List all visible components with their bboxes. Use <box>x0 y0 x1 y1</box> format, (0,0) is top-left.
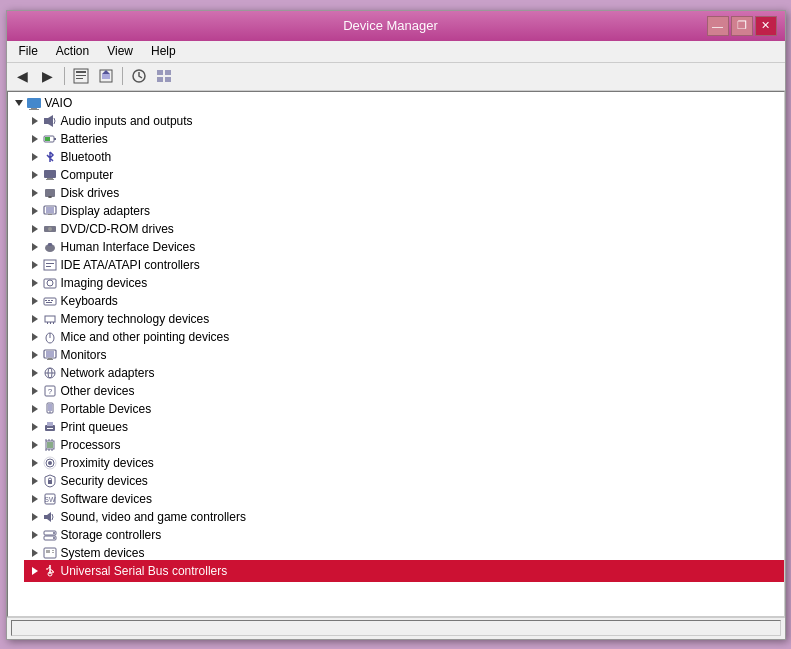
device-icon-9 <box>42 275 58 291</box>
menu-view[interactable]: View <box>99 42 141 60</box>
device-row-0[interactable]: Audio inputs and outputs <box>26 112 782 130</box>
close-button[interactable]: ✕ <box>755 16 777 36</box>
svg-point-28 <box>48 227 52 231</box>
device-icon-2 <box>42 149 58 165</box>
restore-button[interactable]: ❐ <box>731 16 753 36</box>
back-button[interactable]: ◀ <box>11 65 35 87</box>
device-label-9: Imaging devices <box>61 276 148 290</box>
device-row-5[interactable]: Display adapters <box>26 202 782 220</box>
tree-item-10: Keyboards <box>26 292 782 310</box>
minimize-button[interactable]: — <box>707 16 729 36</box>
expander-12[interactable] <box>26 329 42 345</box>
view-button[interactable] <box>152 65 176 87</box>
menu-action[interactable]: Action <box>48 42 97 60</box>
device-row-1[interactable]: Batteries <box>26 130 782 148</box>
device-icon-4 <box>42 185 58 201</box>
expander-22[interactable] <box>26 509 42 525</box>
expander-24[interactable] <box>26 545 42 561</box>
device-row-15[interactable]: ?Other devices <box>26 382 782 400</box>
device-row-7[interactable]: Human Interface Devices <box>26 238 782 256</box>
expander-0[interactable] <box>26 113 42 129</box>
expander-4[interactable] <box>26 185 42 201</box>
device-icon-20 <box>42 473 58 489</box>
menu-file[interactable]: File <box>11 42 46 60</box>
menu-help[interactable]: Help <box>143 42 184 60</box>
vaio-root-row[interactable]: VAIO <box>10 94 782 112</box>
device-row-6[interactable]: DVD/CD-ROM drives <box>26 220 782 238</box>
expander-11[interactable] <box>26 311 42 327</box>
svg-rect-14 <box>44 118 48 124</box>
device-row-17[interactable]: Print queues <box>26 418 782 436</box>
expander-13[interactable] <box>26 347 42 363</box>
device-icon-6 <box>42 221 58 237</box>
device-label-19: Proximity devices <box>61 456 154 470</box>
toolbar-separator-2 <box>122 67 123 85</box>
device-tree[interactable]: VAIO Audio inputs and outputsBatteriesBl… <box>7 91 785 617</box>
expander-25[interactable] <box>26 563 42 579</box>
forward-button[interactable]: ▶ <box>36 65 60 87</box>
svg-rect-10 <box>165 77 171 82</box>
expander-21[interactable] <box>26 491 42 507</box>
expander-6[interactable] <box>26 221 42 237</box>
device-row-25[interactable]: Universal Serial Bus controllers <box>26 562 782 580</box>
properties-button[interactable] <box>69 65 93 87</box>
expander-17[interactable] <box>26 419 42 435</box>
scan-changes-button[interactable] <box>127 65 151 87</box>
tree-item-23: Storage controllers <box>26 526 782 544</box>
vaio-expander[interactable] <box>10 95 26 111</box>
device-row-8[interactable]: IDE ATA/ATAPI controllers <box>26 256 782 274</box>
expander-18[interactable] <box>26 437 42 453</box>
expander-8[interactable] <box>26 257 42 273</box>
expander-9[interactable] <box>26 275 42 291</box>
device-row-13[interactable]: Monitors <box>26 346 782 364</box>
svg-rect-36 <box>44 298 56 305</box>
device-icon-13 <box>42 347 58 363</box>
svg-rect-40 <box>46 302 52 303</box>
device-row-24[interactable]: System devices <box>26 544 782 562</box>
expander-19[interactable] <box>26 455 42 471</box>
device-row-3[interactable]: Computer <box>26 166 782 184</box>
update-driver-button[interactable] <box>94 65 118 87</box>
expander-16[interactable] <box>26 401 42 417</box>
svg-rect-18 <box>45 137 50 141</box>
expander-2[interactable] <box>26 149 42 165</box>
device-row-11[interactable]: Memory technology devices <box>26 310 782 328</box>
device-row-23[interactable]: Storage controllers <box>26 526 782 544</box>
expander-15[interactable] <box>26 383 42 399</box>
device-row-18[interactable]: Processors <box>26 436 782 454</box>
device-icon-22 <box>42 509 58 525</box>
tree-item-19: Proximity devices <box>26 454 782 472</box>
expander-5[interactable] <box>26 203 42 219</box>
svg-rect-22 <box>45 189 55 197</box>
expander-10[interactable] <box>26 293 42 309</box>
device-icon-8 <box>42 257 58 273</box>
device-row-16[interactable]: Portable Devices <box>26 400 782 418</box>
device-label-20: Security devices <box>61 474 148 488</box>
device-row-10[interactable]: Keyboards <box>26 292 782 310</box>
device-row-4[interactable]: Disk drives <box>26 184 782 202</box>
tree-item-21: SWSoftware devices <box>26 490 782 508</box>
tree-item-4: Disk drives <box>26 184 782 202</box>
expander-20[interactable] <box>26 473 42 489</box>
expander-7[interactable] <box>26 239 42 255</box>
expander-1[interactable] <box>26 131 42 147</box>
expander-23[interactable] <box>26 527 42 543</box>
svg-point-82 <box>53 537 55 539</box>
expander-14[interactable] <box>26 365 42 381</box>
device-row-22[interactable]: Sound, video and game controllers <box>26 508 782 526</box>
device-row-9[interactable]: Imaging devices <box>26 274 782 292</box>
device-row-2[interactable]: Bluetooth <box>26 148 782 166</box>
svg-rect-1 <box>76 71 86 73</box>
device-row-21[interactable]: SWSoftware devices <box>26 490 782 508</box>
expander-3[interactable] <box>26 167 42 183</box>
device-row-12[interactable]: Mice and other pointing devices <box>26 328 782 346</box>
device-row-19[interactable]: Proximity devices <box>26 454 782 472</box>
device-icon-12 <box>42 329 58 345</box>
device-row-20[interactable]: Security devices <box>26 472 782 490</box>
tree-item-9: Imaging devices <box>26 274 782 292</box>
device-label-13: Monitors <box>61 348 107 362</box>
svg-rect-85 <box>52 550 54 551</box>
svg-rect-9 <box>157 77 163 82</box>
device-label-8: IDE ATA/ATAPI controllers <box>61 258 200 272</box>
device-row-14[interactable]: Network adapters <box>26 364 782 382</box>
